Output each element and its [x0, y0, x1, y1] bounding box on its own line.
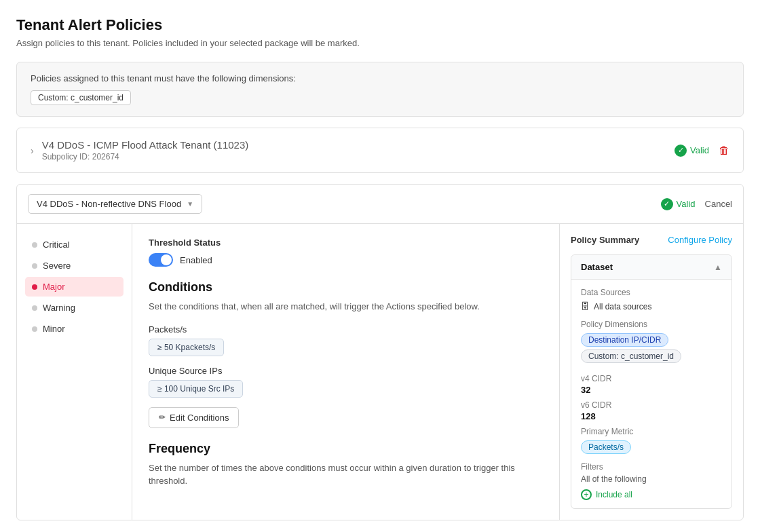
- dataset-section: Dataset ▲ Data Sources 🗄 All data source…: [571, 254, 732, 509]
- configure-policy-link[interactable]: Configure Policy: [668, 235, 732, 245]
- primary-metric-badge: Packets/s: [581, 440, 631, 454]
- filters-label: Filters: [581, 462, 722, 472]
- plus-circle-icon: +: [581, 489, 592, 500]
- v4-cidr-value: 32: [581, 385, 722, 395]
- info-box: Policies assigned to this tenant must ha…: [16, 62, 744, 117]
- policy-card-title: V4 DDoS - ICMP Flood Attack Tenant (1102…: [42, 139, 249, 151]
- dataset-collapse-icon[interactable]: ▲: [714, 263, 722, 272]
- severe-dot: [32, 263, 37, 269]
- policy-card-info: V4 DDoS - ICMP Flood Attack Tenant (1102…: [42, 139, 249, 162]
- dataset-body: Data Sources 🗄 All data sources Policy D…: [571, 280, 732, 508]
- sidebar-item-warning[interactable]: Warning: [25, 298, 124, 318]
- cancel-button[interactable]: Cancel: [705, 199, 732, 209]
- dimension-badge-1: Destination IP/CIDR: [581, 333, 668, 347]
- enabled-toggle[interactable]: [149, 253, 173, 267]
- second-policy-body: Critical Severe Major Warning Minor: [17, 224, 743, 520]
- edit-conditions-button[interactable]: ✏ Edit Conditions: [149, 407, 239, 428]
- all-data-sources: 🗄 All data sources: [581, 301, 722, 311]
- minor-dot: [32, 326, 37, 332]
- sidebar-label-severe: Severe: [43, 261, 71, 271]
- main-content: Threshold Status Enabled Conditions Set …: [132, 224, 560, 520]
- conditions-desc: Set the conditions that, when all are ma…: [149, 300, 543, 314]
- packets-condition: Packets/s ≥ 50 Kpackets/s: [149, 324, 543, 356]
- policy-card-icmp: › V4 DDoS - ICMP Flood Attack Tenant (11…: [16, 128, 744, 173]
- conditions-section: Conditions Set the conditions that, when…: [149, 280, 543, 428]
- conditions-title: Conditions: [149, 280, 543, 294]
- data-sources-label: Data Sources: [581, 288, 722, 297]
- v6-cidr-label: v6 CIDR: [581, 400, 722, 410]
- edit-conditions-label: Edit Conditions: [170, 413, 229, 423]
- right-panel-header: Policy Summary Configure Policy: [571, 235, 732, 245]
- second-valid-badge: ✓ Valid: [661, 198, 696, 210]
- toggle-knob: [161, 254, 172, 265]
- sidebar-label-critical: Critical: [43, 240, 70, 250]
- packets-chip: ≥ 50 Kpackets/s: [149, 339, 224, 356]
- frequency-desc: Set the number of times the above condit…: [149, 461, 543, 488]
- frequency-section: Frequency Set the number of times the ab…: [149, 442, 543, 488]
- dataset-title: Dataset: [581, 262, 613, 272]
- valid-badge: ✓ Valid: [674, 145, 709, 157]
- unique-src-chip: ≥ 100 Unique Src IPs: [149, 380, 243, 398]
- policy-dimensions-label: Policy Dimensions: [581, 320, 722, 329]
- critical-dot: [32, 242, 37, 248]
- policy-card-right: ✓ Valid 🗑: [674, 145, 729, 157]
- v6-cidr-value: 128: [581, 411, 722, 421]
- sidebar-item-severe[interactable]: Severe: [25, 256, 124, 276]
- page-subtitle: Assign policies to this tenant. Policies…: [16, 38, 744, 48]
- include-all-label: Include all: [596, 490, 632, 499]
- second-policy-header: V4 DDoS - Non-reflective DNS Flood ▼ ✓ V…: [17, 185, 743, 224]
- v4-cidr-label: v4 CIDR: [581, 374, 722, 383]
- db-icon: 🗄: [581, 301, 590, 311]
- dropdown-arrow-icon: ▼: [187, 200, 193, 208]
- valid-icon: ✓: [674, 145, 687, 157]
- warning-dot: [32, 305, 37, 311]
- unique-src-condition: Unique Source IPs ≥ 100 Unique Src IPs: [149, 366, 543, 398]
- packets-label: Packets/s: [149, 324, 543, 335]
- policy-dimensions-badges: Destination IP/CIDR Custom: c_customer_i…: [581, 333, 722, 366]
- toggle-label: Enabled: [180, 255, 212, 265]
- threshold-label: Threshold Status: [149, 238, 543, 248]
- sidebar-item-critical[interactable]: Critical: [25, 235, 124, 254]
- v6-cidr-row: v6 CIDR 128: [581, 400, 722, 421]
- threshold-section: Threshold Status Enabled: [149, 238, 543, 267]
- page-title: Tenant Alert Policies: [16, 16, 744, 34]
- toggle-row: Enabled: [149, 253, 543, 267]
- dimension-badge-2: Custom: c_customer_id: [581, 349, 681, 363]
- all-sources-text: All data sources: [594, 302, 651, 311]
- right-panel: Policy Summary Configure Policy Dataset …: [560, 224, 743, 520]
- dimension-badge: Custom: c_customer_id: [31, 90, 131, 105]
- filters-sub: All of the following: [581, 474, 722, 484]
- dataset-header: Dataset ▲: [571, 255, 732, 280]
- v4-cidr-row: v4 CIDR 32: [581, 374, 722, 395]
- policy-card-left: › V4 DDoS - ICMP Flood Attack Tenant (11…: [31, 139, 248, 162]
- delete-button[interactable]: 🗑: [719, 145, 729, 157]
- policy-card-sub: Subpolicy ID: 202674: [42, 152, 249, 162]
- threshold-sidebar: Critical Severe Major Warning Minor: [17, 224, 132, 520]
- sidebar-label-major: Major: [43, 282, 65, 292]
- expand-chevron-icon[interactable]: ›: [31, 145, 34, 156]
- sidebar-item-minor[interactable]: Minor: [25, 319, 124, 339]
- policy-dropdown[interactable]: V4 DDoS - Non-reflective DNS Flood ▼: [28, 194, 202, 214]
- info-box-text: Policies assigned to this tenant must ha…: [31, 73, 729, 83]
- sidebar-label-minor: Minor: [43, 324, 65, 334]
- frequency-title: Frequency: [149, 442, 543, 456]
- major-dot: [32, 284, 37, 290]
- pencil-icon: ✏: [159, 413, 166, 422]
- header-right-actions: ✓ Valid Cancel: [661, 198, 732, 210]
- include-all-row[interactable]: + Include all: [581, 489, 722, 500]
- primary-metric-label: Primary Metric: [581, 427, 722, 436]
- sidebar-label-warning: Warning: [43, 303, 75, 313]
- second-valid-icon: ✓: [661, 198, 673, 210]
- unique-src-label: Unique Source IPs: [149, 366, 543, 376]
- sidebar-item-major[interactable]: Major: [25, 277, 124, 297]
- policy-summary-label: Policy Summary: [571, 235, 639, 245]
- second-policy-card: V4 DDoS - Non-reflective DNS Flood ▼ ✓ V…: [16, 184, 744, 520]
- policy-dropdown-label: V4 DDoS - Non-reflective DNS Flood: [37, 199, 181, 209]
